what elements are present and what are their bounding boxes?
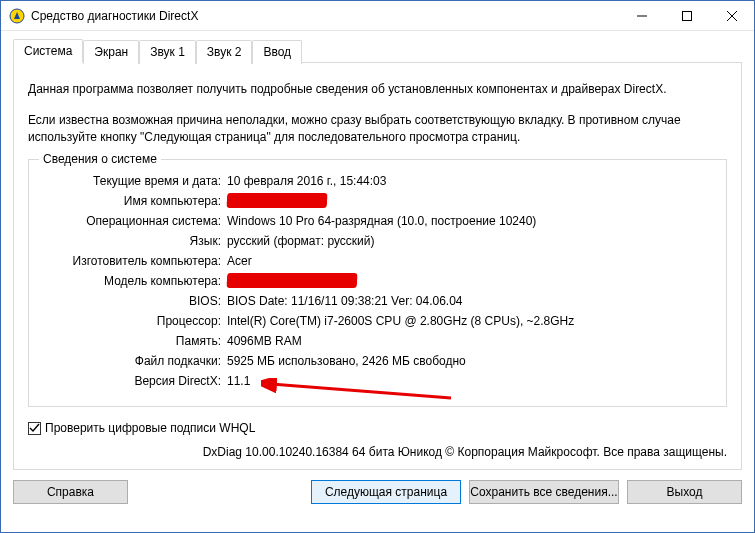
label-memory: Память: xyxy=(43,332,227,350)
row-computer: Имя компьютера: xyxy=(43,192,712,210)
minimize-button[interactable] xyxy=(619,1,664,30)
buttons-bar: Справка Следующая страница Сохранить все… xyxy=(1,470,754,516)
maximize-button[interactable] xyxy=(664,1,709,30)
whql-checkbox[interactable] xyxy=(28,422,41,435)
label-os: Операционная система: xyxy=(43,212,227,230)
value-pagefile: 5925 МБ использовано, 2426 МБ свободно xyxy=(227,352,712,370)
value-bios: BIOS Date: 11/16/11 09:38:21 Ver: 04.06.… xyxy=(227,292,712,310)
svg-rect-2 xyxy=(682,11,691,20)
tab-input[interactable]: Ввод xyxy=(252,40,302,64)
value-lang: русский (формат: русский) xyxy=(227,232,712,250)
value-manufacturer: Acer xyxy=(227,252,712,270)
label-bios: BIOS: xyxy=(43,292,227,310)
value-computer-redacted xyxy=(227,192,712,210)
label-cpu: Процессор: xyxy=(43,312,227,330)
check-icon xyxy=(29,423,40,434)
label-manufacturer: Изготовитель компьютера: xyxy=(43,252,227,270)
label-computer: Имя компьютера: xyxy=(43,192,227,210)
row-os: Операционная система: Windows 10 Pro 64-… xyxy=(43,212,712,230)
next-page-button[interactable]: Следующая страница xyxy=(311,480,461,504)
row-pagefile: Файл подкачки: 5925 МБ использовано, 242… xyxy=(43,352,712,370)
tabs: Система Экран Звук 1 Звук 2 Ввод xyxy=(13,39,742,63)
whql-label: Проверить цифровые подписи WHQL xyxy=(45,421,255,435)
value-directx: 11.1 xyxy=(227,372,712,390)
app-icon xyxy=(9,8,25,24)
row-memory: Память: 4096MB RAM xyxy=(43,332,712,350)
intro-text-2: Если известна возможная причина неполадк… xyxy=(28,112,727,146)
value-model-redacted xyxy=(227,272,712,290)
whql-checkbox-row[interactable]: Проверить цифровые подписи WHQL xyxy=(28,421,727,435)
footer-copyright: DxDiag 10.00.10240.16384 64 бита Юникод … xyxy=(28,445,727,459)
window-controls xyxy=(619,1,754,30)
label-pagefile: Файл подкачки: xyxy=(43,352,227,370)
label-datetime: Текущие время и дата: xyxy=(43,172,227,190)
value-memory: 4096MB RAM xyxy=(227,332,712,350)
group-legend: Сведения о системе xyxy=(39,152,161,166)
row-directx: Версия DirectX: 11.1 xyxy=(43,372,712,390)
label-lang: Язык: xyxy=(43,232,227,250)
titlebar: Средство диагностики DirectX xyxy=(1,1,754,31)
row-cpu: Процессор: Intel(R) Core(TM) i7-2600S CP… xyxy=(43,312,712,330)
row-bios: BIOS: BIOS Date: 11/16/11 09:38:21 Ver: … xyxy=(43,292,712,310)
label-directx: Версия DirectX: xyxy=(43,372,227,390)
label-model: Модель компьютера: xyxy=(43,272,227,290)
intro-text-1: Данная программа позволяет получить подр… xyxy=(28,81,727,98)
tab-sound1[interactable]: Звук 1 xyxy=(139,40,196,64)
value-os: Windows 10 Pro 64-разрядная (10.0, постр… xyxy=(227,212,712,230)
row-model: Модель компьютера: xyxy=(43,272,712,290)
row-manufacturer: Изготовитель компьютера: Acer xyxy=(43,252,712,270)
close-button[interactable] xyxy=(709,1,754,30)
tab-sound2[interactable]: Звук 2 xyxy=(196,40,253,64)
window-title: Средство диагностики DirectX xyxy=(31,9,619,23)
value-cpu: Intel(R) Core(TM) i7-2600S CPU @ 2.80GHz… xyxy=(227,312,712,330)
help-button[interactable]: Справка xyxy=(13,480,128,504)
save-all-button[interactable]: Сохранить все сведения... xyxy=(469,480,619,504)
row-lang: Язык: русский (формат: русский) xyxy=(43,232,712,250)
tab-system[interactable]: Система xyxy=(13,39,83,63)
system-info-group: Сведения о системе Текущие время и дата:… xyxy=(28,159,727,407)
value-datetime: 10 февраля 2016 г., 15:44:03 xyxy=(227,172,712,190)
tab-display[interactable]: Экран xyxy=(83,40,139,64)
tab-panel: Данная программа позволяет получить подр… xyxy=(13,63,742,470)
row-datetime: Текущие время и дата: 10 февраля 2016 г.… xyxy=(43,172,712,190)
exit-button[interactable]: Выход xyxy=(627,480,742,504)
